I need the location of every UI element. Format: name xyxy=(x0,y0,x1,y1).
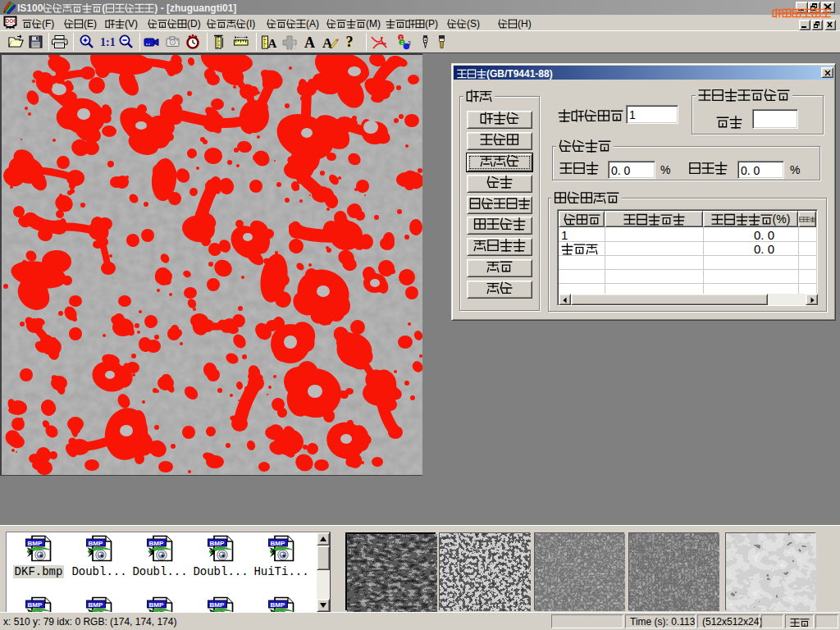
svg-text:?: ? xyxy=(346,34,354,50)
svg-text:A: A xyxy=(268,37,277,50)
svg-text:A: A xyxy=(304,34,315,51)
svg-text:1:1: 1:1 xyxy=(100,36,115,48)
svg-text:DOC: DOC xyxy=(6,18,18,24)
svg-text:3: 3 xyxy=(408,40,411,46)
